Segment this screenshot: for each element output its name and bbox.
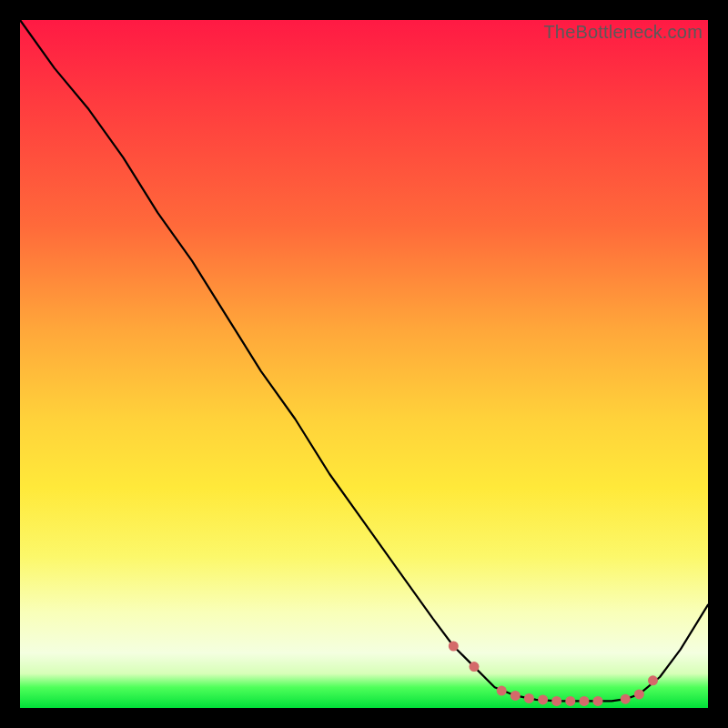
highlight-dot (449, 642, 459, 652)
highlight-dot (565, 696, 575, 706)
highlight-dot (524, 693, 534, 703)
highlight-dot (511, 691, 521, 701)
highlight-dot (593, 696, 603, 706)
highlight-dot (648, 675, 658, 685)
highlight-dot (579, 696, 589, 706)
highlight-dot (621, 694, 631, 704)
highlight-dot (551, 696, 561, 706)
curve-path (20, 20, 708, 701)
plot-area: TheBottleneck.com (20, 20, 708, 708)
chart-frame: TheBottleneck.com (0, 0, 728, 728)
highlight-dot (497, 686, 507, 696)
bottleneck-curve (20, 20, 708, 708)
highlight-dot (538, 694, 548, 704)
highlight-dot (470, 662, 480, 672)
highlight-dot (634, 689, 644, 699)
